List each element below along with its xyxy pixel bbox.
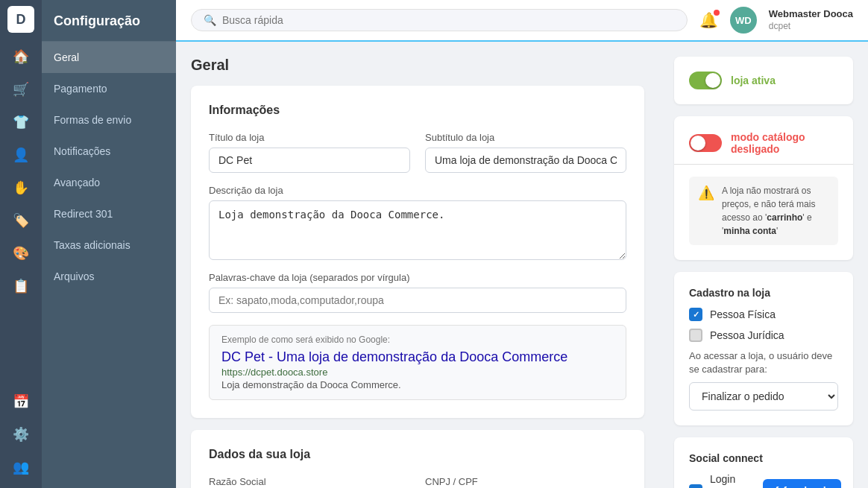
sidebar-title: Configuração	[42, 0, 176, 42]
nav-settings[interactable]: ⚙️	[6, 419, 36, 449]
descricao-label: Descrição da loja	[209, 185, 626, 196]
dados-loja-card: Dados da sua loja Razão Social CNPJ / CP…	[191, 430, 644, 488]
modo-catalogo-label: modo catálogo desligado	[731, 131, 838, 155]
user-name: Webmaster Dooca	[769, 8, 853, 21]
app-logo[interactable]: D	[7, 6, 34, 33]
google-preview-label: Exemplo de como será exibido no Google:	[221, 335, 614, 345]
social-row: ✓ Login com Facebook f facebook	[689, 473, 838, 488]
left-panel: Geral Informações Título da loja Subtítu…	[176, 42, 659, 488]
sidebar-item-pagamento[interactable]: Pagamento	[42, 73, 176, 104]
facebook-label: Login com Facebook	[710, 473, 755, 488]
right-panel: loja ativa modo catálogo desligado ⚠️ A …	[659, 42, 868, 488]
nav-users[interactable]: 👤	[6, 140, 36, 170]
dados-loja-title: Dados da sua loja	[209, 448, 626, 461]
sidebar: Configuração Geral Pagamento Formas de e…	[42, 0, 176, 488]
titulo-input[interactable]	[209, 148, 410, 173]
pessoa-juridica-label: Pessoa Jurídica	[710, 329, 784, 341]
titulo-label: Título da loja	[209, 132, 410, 143]
titulo-group: Título da loja	[209, 132, 410, 173]
facebook-btn-label: facebook	[783, 485, 828, 488]
header-right: 🔔 WD Webmaster Dooca dcpet	[699, 7, 853, 34]
cadastro-title: Cadastro na loja	[689, 287, 838, 299]
descricao-textarea[interactable]	[209, 200, 626, 260]
sidebar-item-geral[interactable]: Geral	[42, 42, 176, 73]
pessoa-fisica-row: ✓ Pessoa Física	[689, 308, 838, 321]
cnpj-label: CNPJ / CPF	[425, 476, 626, 487]
modo-catalogo-toggle[interactable]	[689, 134, 722, 152]
razao-cnpj-row: Razão Social CNPJ / CPF	[209, 476, 626, 488]
facebook-icon: f	[775, 485, 779, 488]
notification-badge	[714, 10, 720, 16]
google-preview: Exemplo de como será exibido no Google: …	[209, 325, 626, 400]
cnpj-group: CNPJ / CPF	[425, 476, 626, 488]
sidebar-item-redirect301[interactable]: Redirect 301	[42, 198, 176, 229]
pessoa-juridica-checkbox[interactable]	[689, 329, 702, 342]
subtitulo-input[interactable]	[425, 148, 626, 173]
google-preview-desc: Loja demonstração da Dooca Commerce.	[221, 379, 614, 390]
google-preview-title[interactable]: DC Pet - Uma loja de demonstração da Doo…	[221, 349, 614, 365]
sidebar-item-taxas[interactable]: Taxas adicionais	[42, 229, 176, 261]
nav-products[interactable]: 👕	[6, 107, 36, 137]
cadastro-select[interactable]: Finalizar o pedido Ver preços Entrar no …	[689, 382, 838, 411]
keywords-group: Palavras-chave da loja (separados por ví…	[209, 272, 626, 313]
facebook-checkbox[interactable]: ✓	[689, 484, 702, 488]
subtitulo-group: Subtítulo da loja	[425, 132, 626, 173]
social-title: Social connect	[689, 452, 838, 464]
toggle-slider-off	[689, 134, 722, 152]
titulo-subtitulo-row: Título da loja Subtítulo da loja	[209, 132, 626, 173]
nav-calendar[interactable]: 📅	[6, 387, 36, 416]
sidebar-item-formas-envio[interactable]: Formas de envio	[42, 104, 176, 136]
sidebar-item-notificacoes[interactable]: Notificações	[42, 136, 176, 167]
keywords-label: Palavras-chave da loja (separados por ví…	[209, 272, 626, 283]
pessoa-fisica-label: Pessoa Física	[710, 308, 776, 320]
header: 🔍 🔔 WD Webmaster Dooca dcpet	[176, 0, 868, 42]
warning-text: A loja não mostrará os preços, e não ter…	[722, 184, 829, 238]
loja-ativa-label: loja ativa	[731, 75, 776, 86]
warning-box: ⚠️ A loja não mostrará os preços, e não …	[689, 177, 838, 245]
pessoa-juridica-row: Pessoa Jurídica	[689, 329, 838, 342]
facebook-button[interactable]: f facebook	[763, 479, 840, 488]
page-title: Geral	[191, 57, 644, 74]
razao-group: Razão Social	[209, 476, 410, 488]
sidebar-item-avancado[interactable]: Avançado	[42, 167, 176, 198]
search-input[interactable]	[222, 14, 675, 26]
subtitulo-label: Subtítulo da loja	[425, 132, 626, 143]
nav-account[interactable]: 👥	[6, 452, 36, 482]
main-area: 🔍 🔔 WD Webmaster Dooca dcpet Geral Infor…	[176, 0, 868, 488]
keywords-input[interactable]	[209, 288, 626, 313]
sidebar-item-arquivos[interactable]: Arquivos	[42, 261, 176, 292]
modo-catalogo-row: modo catálogo desligado	[689, 131, 838, 155]
social-connect-card: Social connect ✓ Login com Facebook f fa…	[674, 437, 853, 488]
notification-bell[interactable]: 🔔	[699, 11, 718, 29]
pessoa-fisica-checkbox[interactable]: ✓	[689, 308, 702, 321]
google-preview-url: https://dcpet.dooca.store	[221, 367, 614, 378]
icon-bar: D 🏠 🛒 👕 👤 ✋ 🏷️ 🎨 📋 📅 ⚙️ 👥	[0, 0, 42, 488]
user-info[interactable]: Webmaster Dooca dcpet	[769, 8, 853, 32]
search-bar[interactable]: 🔍	[191, 9, 688, 31]
loja-ativa-toggle[interactable]	[689, 72, 722, 89]
razao-label: Razão Social	[209, 476, 410, 487]
avatar[interactable]: WD	[730, 7, 757, 34]
loja-ativa-row: loja ativa	[689, 72, 838, 89]
nav-orders[interactable]: ✋	[6, 173, 36, 203]
cadastro-card: Cadastro na loja ✓ Pessoa Física Pessoa …	[674, 272, 853, 425]
loja-ativa-card: loja ativa	[674, 57, 853, 104]
toggle-slider-on	[689, 72, 722, 89]
user-sub: dcpet	[769, 21, 853, 33]
descricao-group: Descrição da loja	[209, 185, 626, 260]
nav-cart[interactable]: 🛒	[6, 75, 36, 104]
warning-icon: ⚠️	[698, 185, 714, 238]
checkmark: ✓	[693, 310, 699, 320]
informacoes-title: Informações	[209, 104, 626, 117]
search-icon: 🔍	[204, 14, 216, 26]
divider	[674, 164, 853, 165]
nav-home[interactable]: 🏠	[6, 42, 36, 72]
nav-reports[interactable]: 📋	[6, 271, 36, 301]
note-text: Ao acessar a loja, o usuário deve se cad…	[689, 349, 838, 376]
nav-design[interactable]: 🎨	[6, 238, 36, 268]
content: Geral Informações Título da loja Subtítu…	[176, 42, 868, 488]
modo-catalogo-card: modo catálogo desligado ⚠️ A loja não mo…	[674, 116, 853, 260]
nav-promotions[interactable]: 🏷️	[6, 206, 36, 235]
informacoes-card: Informações Título da loja Subtítulo da …	[191, 86, 644, 418]
